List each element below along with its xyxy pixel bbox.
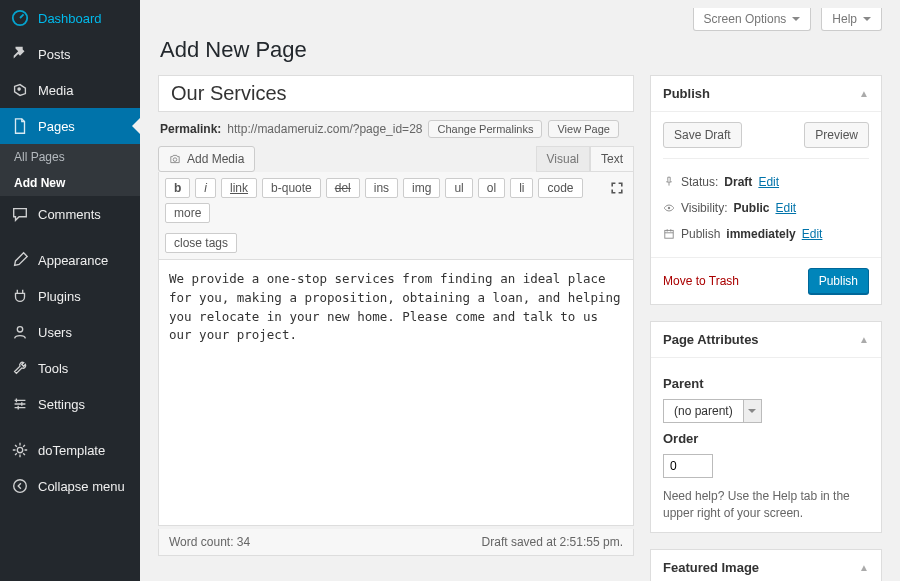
sidebar-label: Tools [38,361,68,376]
chevron-down-icon [863,17,871,25]
schedule-label: Publish [681,227,720,241]
sidebar-item-users[interactable]: Users [0,314,140,350]
gear-icon [10,440,30,460]
admin-sidebar: Dashboard Posts Media Pages All Pages Ad… [0,0,140,581]
help-button[interactable]: Help [821,8,882,31]
order-label: Order [663,431,869,446]
qt-more-button[interactable]: more [165,203,210,223]
order-input[interactable] [663,454,713,478]
qt-li-button[interactable]: li [510,178,533,198]
qt-del-button[interactable]: del [326,178,360,198]
featured-image-metabox: Featured Image ▲ Set featured image [650,549,882,581]
toggle-icon: ▲ [859,334,869,345]
page-title: Add New Page [160,37,882,63]
qt-link-button[interactable]: link [221,178,257,198]
permalink-row: Permalink: http://madameruiz.com/?page_i… [160,120,632,138]
add-media-button[interactable]: Add Media [158,146,255,172]
qt-closetags-button[interactable]: close tags [165,233,237,253]
svg-rect-6 [665,230,673,238]
collapse-icon [10,476,30,496]
edit-visibility-link[interactable]: Edit [775,201,796,215]
qt-ul-button[interactable]: ul [445,178,472,198]
toggle-icon: ▲ [859,88,869,99]
sidebar-item-tools[interactable]: Tools [0,350,140,386]
status-label: Status: [681,175,718,189]
sidebar-label: Media [38,83,73,98]
qt-i-button[interactable]: i [195,178,216,198]
tab-visual[interactable]: Visual [536,146,590,171]
tab-text[interactable]: Text [590,146,634,171]
sidebar-label: Posts [38,47,71,62]
editor-tabs: Visual Text [536,146,634,172]
calendar-icon [663,228,675,240]
svg-point-4 [173,158,177,162]
permalink-label: Permalink: [160,122,221,136]
pin-status-icon [663,176,675,188]
visibility-value: Public [733,201,769,215]
sidebar-item-comments[interactable]: Comments [0,196,140,232]
post-title-input[interactable] [158,75,634,112]
page-attributes-header[interactable]: Page Attributes ▲ [651,322,881,358]
svg-point-2 [17,447,22,452]
sidebar-label: doTemplate [38,443,105,458]
change-permalinks-button[interactable]: Change Permalinks [428,120,542,138]
media-icon [10,80,30,100]
sidebar-item-plugins[interactable]: Plugins [0,278,140,314]
sidebar-submenu-pages: All Pages Add New [0,144,140,196]
sidebar-label: Appearance [38,253,108,268]
sidebar-item-collapse[interactable]: Collapse menu [0,468,140,504]
brush-icon [10,250,30,270]
editor-statusbar: Word count: 34 Draft saved at 2:51:55 pm… [158,529,634,556]
qt-ol-button[interactable]: ol [478,178,505,198]
sidebar-item-appearance[interactable]: Appearance [0,242,140,278]
permalink-url: http://madameruiz.com/?page_id=28 [227,122,422,136]
visibility-label: Visibility: [681,201,727,215]
sidebar-item-settings[interactable]: Settings [0,386,140,422]
pin-icon [10,44,30,64]
content-editor[interactable] [158,260,634,526]
move-to-trash-link[interactable]: Move to Trash [663,274,739,288]
sidebar-label: Settings [38,397,85,412]
sidebar-label: Dashboard [38,11,102,26]
svg-point-5 [668,207,670,209]
parent-select[interactable]: (no parent) [663,399,762,423]
submenu-all-pages[interactable]: All Pages [0,144,140,170]
user-icon [10,322,30,342]
wordcount-value: 34 [237,535,250,549]
status-value: Draft [724,175,752,189]
schedule-value: immediately [726,227,795,241]
parent-label: Parent [663,376,869,391]
sidebar-item-media[interactable]: Media [0,72,140,108]
sidebar-item-dotemplate[interactable]: doTemplate [0,432,140,468]
edit-schedule-link[interactable]: Edit [802,227,823,241]
camera-icon [169,153,181,165]
eye-icon [663,202,675,214]
featured-image-header[interactable]: Featured Image ▲ [651,550,881,581]
save-draft-button[interactable]: Save Draft [663,122,742,148]
qt-img-button[interactable]: img [403,178,440,198]
qt-bquote-button[interactable]: b-quote [262,178,321,198]
quicktags-toolbar: b i link b-quote del ins img ul ol li co… [158,172,634,260]
parent-selected-value: (no parent) [663,399,744,423]
qt-code-button[interactable]: code [538,178,582,198]
edit-status-link[interactable]: Edit [758,175,779,189]
sidebar-label: Users [38,325,72,340]
sidebar-label: Pages [38,119,75,134]
qt-ins-button[interactable]: ins [365,178,398,198]
view-page-button[interactable]: View Page [548,120,618,138]
preview-button[interactable]: Preview [804,122,869,148]
sidebar-item-dashboard[interactable]: Dashboard [0,0,140,36]
sidebar-item-posts[interactable]: Posts [0,36,140,72]
toggle-icon: ▲ [859,562,869,573]
svg-point-3 [14,480,27,493]
fullscreen-icon[interactable] [609,180,625,196]
sidebar-item-pages[interactable]: Pages [0,108,140,144]
sidebar-label: Collapse menu [38,479,125,494]
qt-b-button[interactable]: b [165,178,190,198]
publish-button[interactable]: Publish [808,268,869,294]
screen-options-button[interactable]: Screen Options [693,8,812,31]
submenu-add-new[interactable]: Add New [0,170,140,196]
wordcount-label: Word count: [169,535,233,549]
chevron-down-icon [744,399,762,423]
publish-header[interactable]: Publish ▲ [651,76,881,112]
